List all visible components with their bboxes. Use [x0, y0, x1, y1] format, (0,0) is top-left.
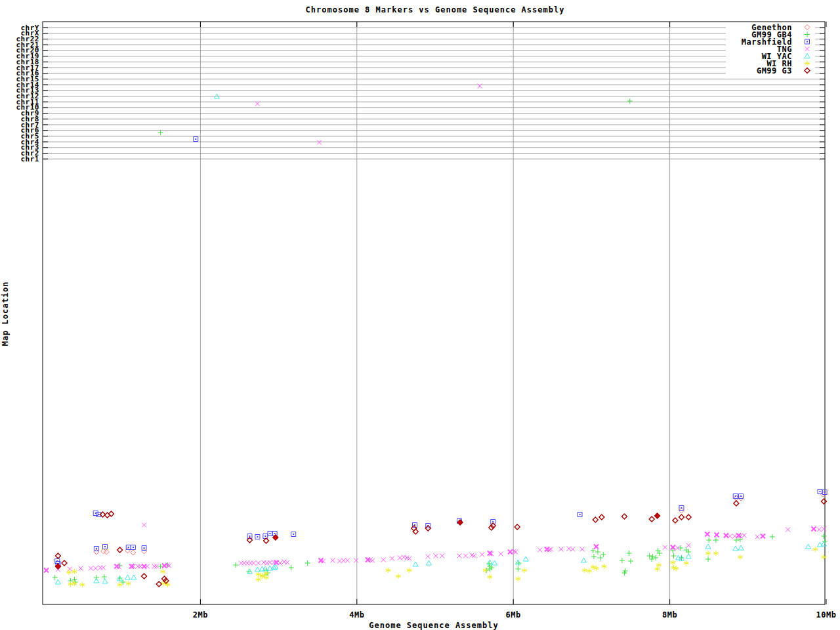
scatter-point — [734, 501, 739, 506]
scatter-point — [705, 556, 711, 562]
scatter-point — [488, 551, 492, 556]
scatter-point — [627, 551, 632, 556]
scatter-point — [402, 555, 406, 560]
scatter-point — [62, 560, 67, 566]
scatter-point — [156, 581, 161, 587]
scatter-point — [264, 561, 269, 566]
scatter-point — [44, 568, 49, 573]
scatter-point — [94, 549, 99, 555]
scatter-point — [515, 560, 520, 564]
scatter-point — [587, 568, 592, 574]
scatter-point — [627, 98, 633, 104]
scatter-point — [595, 549, 600, 555]
scatter-point — [457, 554, 461, 558]
scatter-point — [580, 547, 585, 552]
scatter-point — [142, 523, 146, 528]
scatter-point — [582, 568, 587, 573]
scatter-point — [663, 545, 667, 550]
x-axis-title: Genome Sequence Assembly — [369, 621, 498, 630]
scatter-point — [581, 558, 586, 562]
scatter-point — [679, 514, 684, 520]
scatter-point — [291, 532, 296, 537]
scatter-point — [523, 556, 528, 561]
scatter-point — [194, 137, 198, 142]
x-tick-label-4mb: 4Mb — [349, 610, 364, 620]
x-tick-label-6mb: 6Mb — [506, 610, 521, 620]
chart-title: Chromosome 8 Markers vs Genome Sequence … — [306, 5, 565, 14]
scatter-point — [650, 554, 655, 559]
scatter-point — [79, 566, 83, 571]
scatter-point — [715, 533, 719, 537]
scatter-point — [289, 565, 294, 570]
series-marshfield — [55, 137, 827, 566]
scatter-point — [628, 558, 633, 564]
scatter-point — [738, 555, 743, 560]
scatter-point — [512, 549, 516, 554]
scatter-point — [738, 545, 744, 550]
scatter-point — [684, 560, 689, 566]
scatter-point — [742, 534, 746, 538]
scatter-point — [686, 543, 691, 548]
x-tick-label-10mb: 10Mb — [816, 610, 837, 620]
chromosome-label-chr1: chr1 — [21, 155, 40, 163]
scatter-point — [686, 514, 691, 520]
scatter-point — [594, 545, 598, 549]
scatter-point — [233, 562, 238, 568]
scatter-point — [390, 556, 394, 561]
scatter-point — [413, 562, 418, 566]
scatter-point — [821, 499, 826, 504]
scatter-point — [670, 560, 675, 565]
series-wi-yac — [55, 94, 826, 584]
scatter-point — [480, 553, 484, 557]
scatter-point — [396, 574, 401, 579]
scatter-point — [125, 575, 131, 579]
scatter-point — [317, 140, 322, 145]
scatter-point — [256, 561, 261, 566]
scatter-point — [817, 528, 822, 532]
scatter-point — [72, 569, 77, 574]
scatter-point — [434, 554, 438, 558]
scatter-point — [599, 514, 604, 520]
scatter-point — [264, 538, 269, 543]
scatter-point — [621, 514, 627, 519]
scatter-point — [117, 582, 123, 587]
scatter-point — [94, 547, 98, 551]
scatter-point — [142, 549, 147, 554]
scatter-point — [600, 552, 606, 557]
scatter-point — [477, 84, 482, 89]
scatter-point — [649, 556, 654, 562]
scatter-point — [655, 513, 660, 518]
scatter-point — [131, 550, 136, 555]
scatter-point — [463, 554, 468, 558]
series-gm99-gb4 — [52, 98, 828, 585]
scatter-point — [653, 555, 658, 560]
scatter-point — [261, 560, 266, 565]
scatter-point — [733, 546, 738, 551]
scatter-point — [821, 555, 826, 560]
scatter-point — [713, 537, 719, 543]
scatter-point — [598, 555, 603, 560]
scatter-point — [513, 550, 518, 555]
scatter-point — [93, 511, 98, 516]
scatter-point — [570, 547, 575, 552]
scatter-point — [593, 517, 598, 522]
scatter-point — [515, 576, 520, 581]
scatter-point — [822, 527, 826, 532]
x-tick-label-2mb: 2Mb — [193, 610, 208, 620]
scatter-point — [686, 554, 691, 558]
scatter-point — [487, 574, 492, 579]
scatter-point — [770, 534, 775, 539]
scatter-point — [713, 551, 719, 556]
scatter-point — [131, 545, 135, 550]
series-gm99-g3 — [55, 499, 826, 587]
scatter-point — [68, 567, 72, 572]
scatter-point — [278, 561, 282, 566]
scatter-point — [251, 561, 256, 566]
scatter-point — [55, 553, 60, 558]
scatter-point — [786, 528, 790, 532]
scatter-point — [162, 564, 167, 568]
scatter-point — [255, 535, 260, 539]
scatter-point — [268, 532, 272, 536]
scatter-point — [426, 560, 431, 565]
scatter-point — [142, 574, 147, 579]
